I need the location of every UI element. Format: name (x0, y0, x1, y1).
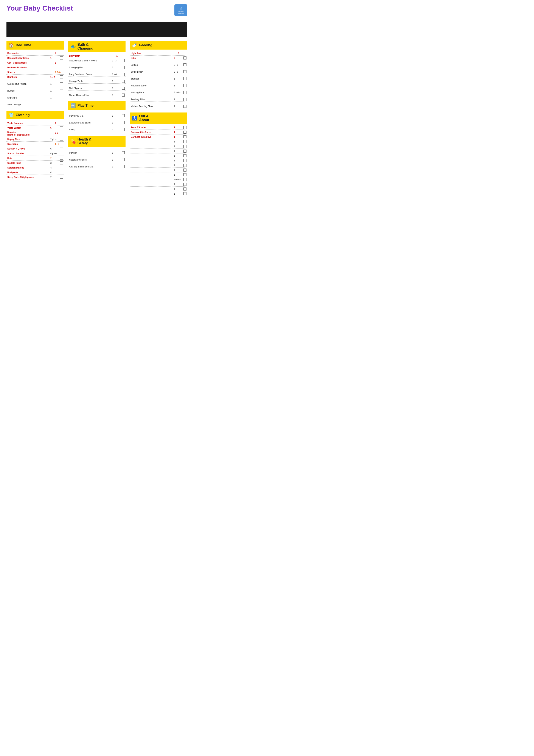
bedtime-items: Bassinette 1 Bassinette Mattress 1 Cot /… (7, 51, 64, 107)
checkbox[interactable] (122, 66, 125, 69)
section-clothing: 👕 Clothing Vests Summer 6 Vests Winter 6… (7, 111, 64, 179)
checkbox[interactable] (184, 183, 187, 186)
bath-label: Bath &Changing (78, 43, 93, 50)
checkbox[interactable] (122, 87, 125, 90)
item-qty: 4 - 6 (53, 143, 63, 145)
item-name: Bottle Brush (131, 70, 172, 73)
checkbox[interactable] (122, 151, 125, 154)
logo-icon: 🖥 (179, 6, 183, 11)
checkbox[interactable] (122, 121, 125, 124)
item-qty: 2 - 3 (111, 59, 120, 62)
item-qty: 3 doz (53, 132, 63, 135)
checkbox[interactable] (60, 161, 63, 164)
item-qty: 2 pkts (49, 138, 59, 141)
item-qty: 1 (172, 164, 182, 167)
item-qty: 2 - 6 (172, 70, 182, 73)
playtime-icon: 🔤 (70, 103, 76, 108)
checkbox[interactable] (184, 154, 187, 157)
checkbox[interactable] (184, 77, 187, 80)
item-name: Mother' Feeding Chair (131, 105, 172, 108)
list-item: Cot / Cot Mattress 1 (7, 60, 64, 65)
checkbox[interactable] (60, 166, 63, 169)
spacer (68, 63, 126, 65)
checkbox[interactable] (60, 75, 63, 78)
item-qty: 1 (53, 52, 63, 55)
checkbox[interactable] (60, 103, 63, 106)
item-name: Nappy Disposal Unit (69, 94, 111, 96)
list-item: Sleep Suits / Nightgowns 2 (7, 175, 64, 179)
checkbox[interactable] (184, 169, 187, 172)
checkbox[interactable] (60, 89, 63, 92)
checkbox[interactable] (184, 91, 187, 94)
item-qty: 1 (111, 165, 120, 168)
checkbox[interactable] (122, 165, 125, 168)
item-qty: 3 (49, 162, 59, 164)
checkbox[interactable] (122, 73, 125, 76)
item-qty: 1 (172, 145, 182, 148)
checkbox[interactable] (60, 66, 63, 69)
section-feeding: 🍼 Feeding Highchair 1 Bibs 6 Bottles 2 -… (130, 41, 187, 109)
spacer (68, 162, 126, 164)
item-qty: 1 (172, 126, 182, 129)
checkbox[interactable] (184, 145, 187, 148)
health-icon: 💊 (70, 139, 76, 144)
checkbox[interactable] (122, 114, 125, 117)
list-item: 1 (130, 191, 187, 196)
checkbox[interactable] (184, 149, 187, 152)
checkbox[interactable] (184, 187, 187, 191)
item-qty: 1 (172, 154, 182, 157)
item-name: Nappy Pins (7, 138, 49, 141)
checkbox[interactable] (122, 158, 125, 161)
list-item: Medicine Spoon 1 (130, 83, 187, 88)
item-qty: 1 (172, 84, 182, 87)
checkbox[interactable] (184, 159, 187, 162)
checkbox[interactable] (60, 176, 63, 179)
checkbox[interactable] (184, 131, 187, 134)
item-name: Cot / Cot Mattress (7, 62, 53, 64)
item-qty: 6 (49, 126, 59, 129)
checkbox[interactable] (184, 173, 187, 176)
checkbox[interactable] (184, 105, 187, 108)
item-name: Baby Bath (69, 55, 115, 57)
item-qty: 1 (49, 57, 59, 59)
checkbox[interactable] (60, 96, 63, 99)
checkbox[interactable] (122, 128, 125, 131)
list-item: Changing Pad 1 (68, 65, 126, 70)
item-name: Medicine Spoon (131, 84, 172, 87)
item-qty: 1 (172, 98, 182, 101)
checkbox[interactable] (184, 178, 187, 181)
checkbox[interactable] (184, 135, 187, 138)
checkbox[interactable] (184, 126, 187, 129)
checkbox[interactable] (184, 84, 187, 87)
checkbox[interactable] (122, 80, 125, 83)
spacer (7, 100, 64, 102)
checkbox[interactable] (60, 171, 63, 174)
checkbox[interactable] (60, 147, 63, 150)
section-bath: 🐟 Bath &Changing Baby Bath 1 Gauze Face … (68, 41, 126, 97)
checkbox[interactable] (184, 56, 187, 60)
bath-icon: 🐟 (70, 44, 76, 49)
item-name: Nursing Pads (131, 91, 172, 94)
list-item: Socks / Booties 4 pairs (7, 151, 64, 156)
checkbox[interactable] (60, 152, 63, 155)
checkbox[interactable] (184, 63, 187, 67)
checkbox[interactable] (184, 164, 187, 167)
item-qty: 1 (49, 83, 59, 85)
checkbox[interactable] (60, 82, 63, 85)
checkbox[interactable] (122, 94, 125, 96)
checkbox[interactable] (60, 56, 63, 60)
dark-banner (7, 22, 187, 37)
checkbox[interactable] (184, 70, 187, 73)
spacer (7, 79, 64, 81)
checkbox[interactable] (122, 59, 125, 62)
item-qty: 1 (172, 159, 182, 162)
checkbox[interactable] (184, 98, 187, 101)
checkbox[interactable] (60, 138, 63, 141)
list-item: Bottles 2 - 6 (130, 63, 187, 67)
checkbox[interactable] (184, 192, 187, 195)
checkbox[interactable] (184, 140, 187, 143)
checkbox[interactable] (60, 126, 63, 129)
item-qty: 1 - 2 (49, 76, 59, 78)
item-name: Overnaps (7, 143, 53, 145)
checkbox[interactable] (60, 157, 63, 160)
